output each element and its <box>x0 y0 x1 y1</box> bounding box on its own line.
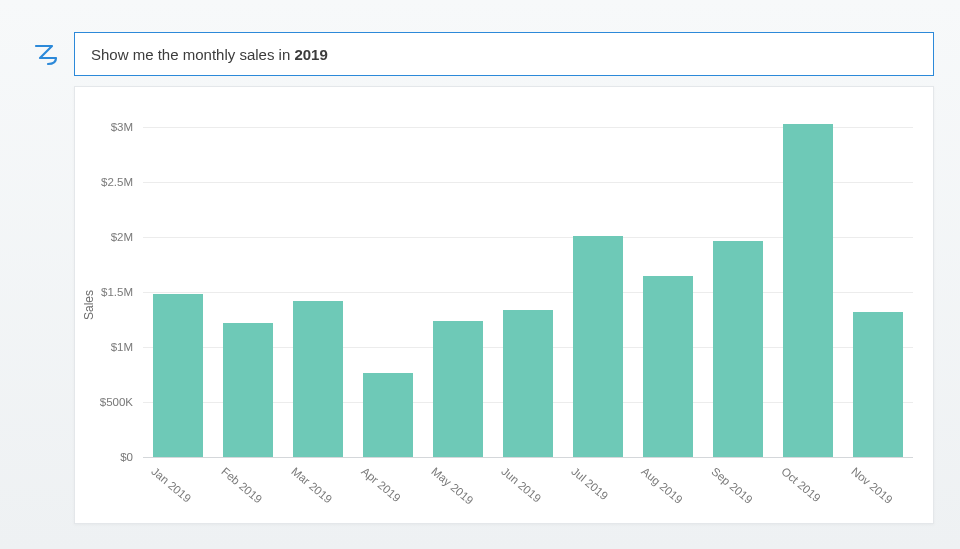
bar[interactable] <box>783 124 833 457</box>
query-input[interactable]: Show me the monthly sales in 2019 <box>74 32 934 76</box>
bar[interactable] <box>853 312 903 457</box>
query-text-prefix: Show me the monthly sales in <box>91 46 294 63</box>
x-tick-label: Feb 2019 <box>219 465 264 505</box>
y-tick-label: $500K <box>100 396 143 408</box>
x-tick-label: Sep 2019 <box>709 465 754 506</box>
bar[interactable] <box>293 301 343 457</box>
bar[interactable] <box>503 310 553 457</box>
bar[interactable] <box>223 323 273 457</box>
y-tick-label: $1.5M <box>101 286 143 298</box>
y-tick-label: $0 <box>120 451 143 463</box>
x-tick-label: May 2019 <box>429 465 475 507</box>
y-tick-label: $2.5M <box>101 176 143 188</box>
x-tick-label: Jun 2019 <box>499 465 543 505</box>
bar[interactable] <box>153 294 203 457</box>
bar[interactable] <box>363 373 413 457</box>
chart-plot-area: $0$500K$1M$1.5M$2M$2.5M$3MJan 2019Feb 20… <box>143 127 913 457</box>
x-tick-label: Aug 2019 <box>639 465 684 506</box>
x-tick-label: Jul 2019 <box>569 465 610 502</box>
chart-card: Sales $0$500K$1M$1.5M$2M$2.5M$3MJan 2019… <box>74 86 934 524</box>
y-tick-label: $1M <box>111 341 143 353</box>
bar[interactable] <box>713 241 763 457</box>
x-tick-label: Jan 2019 <box>149 465 193 505</box>
x-tick-label: Mar 2019 <box>289 465 334 505</box>
bar[interactable] <box>433 321 483 457</box>
y-tick-label: $3M <box>111 121 143 133</box>
zia-logo-icon <box>32 40 60 68</box>
bar[interactable] <box>573 236 623 457</box>
grid-line <box>143 457 913 458</box>
y-axis-title: Sales <box>82 290 96 320</box>
bar[interactable] <box>643 276 693 458</box>
query-text-bold: 2019 <box>294 46 327 63</box>
x-tick-label: Nov 2019 <box>849 465 894 506</box>
y-tick-label: $2M <box>111 231 143 243</box>
x-tick-label: Oct 2019 <box>779 465 822 504</box>
x-tick-label: Apr 2019 <box>359 465 402 504</box>
